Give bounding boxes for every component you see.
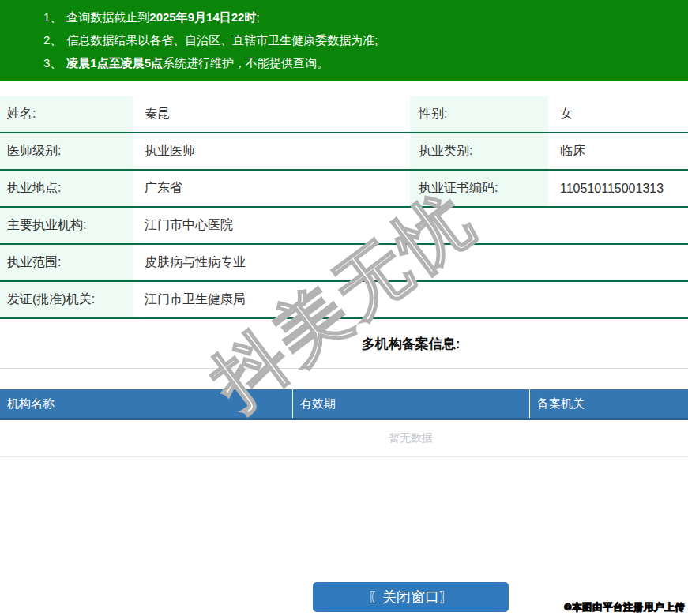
info-row-location-certificate: 执业地点: 广东省 执业证书编码: 110510115001313 <box>0 171 688 208</box>
notice-text: 信息数据结果以各省、自治区、直辖市卫生健康委数据为准; <box>66 33 378 47</box>
filing-section-header: 多机构备案信息: <box>0 319 688 369</box>
practice-scope-label: 执业范围: <box>0 245 133 280</box>
info-row-level-category: 医师级别: 执业医师 执业类别: 临床 <box>0 133 688 171</box>
notice-banner: 1、查询数据截止到2025年9月14日22时; 2、信息数据结果以各省、自治区、… <box>0 0 688 81</box>
spacer <box>0 369 688 389</box>
practice-location-value: 广东省 <box>133 171 410 206</box>
column-header-filing-authority: 备案机关 <box>530 389 688 418</box>
info-row-main-institution: 主要执业机构: 江门市中心医院 <box>0 208 688 245</box>
issuing-authority-label: 发证(批准)机关: <box>0 282 133 317</box>
info-row-name-gender: 姓名: 秦昆 性别: 女 <box>0 96 688 133</box>
name-label: 姓名: <box>0 96 133 132</box>
certificate-number-label: 执业证书编码: <box>410 171 548 206</box>
notice-text: 查询数据截止到 <box>66 10 149 24</box>
filing-table-empty-row: 暂无数据 <box>0 420 688 457</box>
notice-number: 3、 <box>43 56 62 69</box>
main-institution-value: 江门市中心医院 <box>133 208 688 243</box>
close-window-button[interactable]: 〖关闭窗口〗 <box>313 582 509 612</box>
filing-table-header: 机构名称 有效期 备案机关 <box>0 389 688 420</box>
empty-data-text: 暂无数据 <box>389 431 433 445</box>
doctor-level-label: 医师级别: <box>0 133 133 169</box>
notice-text: ; <box>256 10 259 24</box>
practice-location-label: 执业地点: <box>0 171 133 206</box>
info-row-issuing-authority: 发证(批准)机关: 江门市卫生健康局 <box>0 282 688 319</box>
main-institution-label: 主要执业机构: <box>0 208 133 243</box>
notice-number: 1、 <box>43 10 62 24</box>
name-value: 秦昆 <box>133 96 410 132</box>
column-header-validity-period: 有效期 <box>293 389 530 418</box>
notice-text-bold: 凌晨1点至凌晨5点 <box>66 56 163 69</box>
doctor-info-table: 姓名: 秦昆 性别: 女 医师级别: 执业医师 执业类别: 临床 执业地点: 广… <box>0 96 688 319</box>
gender-label: 性别: <box>410 96 548 132</box>
notice-text-bold: 2025年9月14日22时 <box>149 10 256 24</box>
page: 1、查询数据截止到2025年9月14日22时; 2、信息数据结果以各省、自治区、… <box>0 0 688 612</box>
gender-value: 女 <box>548 96 688 132</box>
practice-scope-value: 皮肤病与性病专业 <box>133 245 688 280</box>
copyright-watermark: ©本图由平台注册用户上传 <box>564 601 685 614</box>
practice-category-label: 执业类别: <box>410 133 548 169</box>
notice-number: 2、 <box>43 33 62 47</box>
filing-section-title: 多机构备案信息: <box>362 335 461 353</box>
notice-text: 系统进行维护，不能提供查询。 <box>163 56 329 69</box>
certificate-number-value: 110510115001313 <box>548 171 688 206</box>
doctor-level-value: 执业医师 <box>133 133 410 169</box>
issuing-authority-value: 江门市卫生健康局 <box>133 282 688 317</box>
notice-line-1: 1、查询数据截止到2025年9月14日22时; <box>43 6 688 28</box>
column-header-institution-name: 机构名称 <box>0 389 293 418</box>
info-row-practice-scope: 执业范围: 皮肤病与性病专业 <box>0 245 688 282</box>
notice-line-3: 3、凌晨1点至凌晨5点系统进行维护，不能提供查询。 <box>43 51 688 74</box>
notice-line-2: 2、信息数据结果以各省、自治区、直辖市卫生健康委数据为准; <box>43 28 688 51</box>
practice-category-value: 临床 <box>548 133 688 169</box>
